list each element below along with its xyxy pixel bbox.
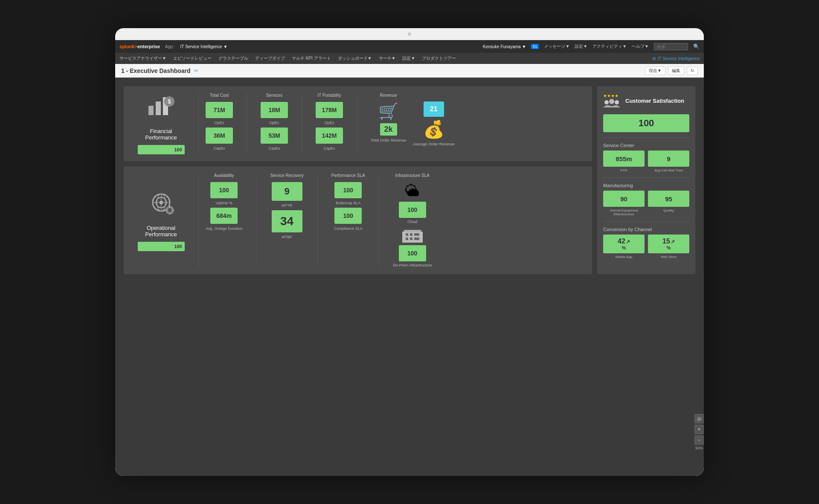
nav-multi-kpi[interactable]: マルチ KPI アラート — [292, 55, 331, 61]
svg-text:★★★★: ★★★★ — [603, 93, 619, 98]
svg-rect-0 — [148, 106, 154, 115]
it-capex-box: 142M — [316, 127, 343, 144]
compliance-label: Compliance SLA — [334, 226, 363, 231]
manufacturing-metrics: 90 Overall Equipment Effectiveness 95 Qu… — [603, 191, 689, 216]
dashboard-grid: $ FinancialPerformance 100 — [124, 86, 695, 274]
total-cost-opex-label: OpEx — [215, 121, 224, 125]
order-number-box: 21 — [424, 101, 444, 117]
effectiveness-metric: 90 Overall Equipment Effectiveness — [603, 191, 645, 216]
services-capex-box: 53M — [261, 127, 288, 144]
operational-panel-row: OperationalPerformance 100 Availability — [131, 173, 585, 267]
help-menu[interactable]: ヘルプ▼ — [632, 43, 649, 49]
revenue-value: 2k — [384, 125, 393, 133]
service-recovery-title: Service Recovery — [270, 173, 303, 178]
infra-group: 100 On-Prem Infrastructure — [393, 226, 432, 267]
manufacturing-title: Manufacturing — [603, 183, 689, 188]
zoom-in-button[interactable]: + — [694, 425, 704, 434]
financial-panel-row: $ FinancialPerformance 100 — [131, 93, 585, 154]
refresh-button[interactable]: ↻ — [687, 67, 698, 75]
svg-rect-21 — [414, 233, 417, 236]
cs-divider-1 — [603, 137, 689, 138]
nav-product-tour[interactable]: プロダクトツアー — [422, 55, 456, 61]
infra-label: On-Prem Infrastructure — [393, 263, 432, 267]
total-cost-capex-label: CapEx — [213, 146, 225, 151]
service-recovery-group: Service Recovery 9 MTTR 34 MTBF — [270, 173, 303, 267]
financial-icon: $ — [146, 93, 176, 124]
dashboard-actions: 現在▼ 編集 ↻ — [645, 67, 698, 75]
nav-episode-review[interactable]: エピソードレビュー — [173, 55, 212, 61]
customer-icon: ★★★★ — [603, 92, 622, 109]
nav-settings[interactable]: 設定▼ — [402, 55, 415, 61]
splunk-logo: splunk>enterprise — [119, 44, 160, 49]
nav-deep-dive[interactable]: ディープダイブ — [255, 55, 285, 61]
scroll-target-button[interactable]: ◎ — [694, 414, 704, 423]
svg-rect-23 — [406, 238, 408, 240]
zoom-out-button[interactable]: − — [694, 435, 704, 445]
infra-sla-group: Infrastructure SLA 🌥 100 Cloud — [393, 173, 432, 267]
second-navigation: サービスアナライザー▼ エピソードレビュー グラステーブル ディープダイブ マル… — [115, 53, 704, 64]
mttr-box: 9 — [272, 182, 302, 201]
svg-point-12 — [168, 208, 172, 212]
divider-1 — [247, 93, 247, 154]
svg-point-28 — [604, 100, 609, 104]
total-cost-capex-value: 36M — [213, 132, 225, 139]
cloud-group: 🌥 100 Cloud — [393, 182, 432, 224]
mtbf-value: 34 — [280, 214, 293, 228]
cs-header: ★★★★ Customer Satisfaction — [603, 92, 689, 109]
search-input[interactable] — [654, 43, 688, 50]
revenue-area: Revenue 🛒 2k Total Order Revenue — [371, 93, 454, 154]
dashboard-title-bar: 1 - Executive Dashboard ✏ 現在▼ 編集 ↻ — [115, 64, 704, 78]
nav-search[interactable]: サーチ▼ — [379, 55, 396, 61]
nav-glass-table[interactable]: グラステーブル — [218, 55, 248, 61]
total-cost-capex-box: 36M — [206, 127, 233, 144]
avg-order-group: 21 💰 Average Order Revenue — [413, 101, 454, 146]
svg-rect-24 — [410, 238, 412, 240]
quality-value: 95 — [665, 195, 672, 203]
uptime-box: 100 — [210, 182, 238, 198]
op-divider-2 — [317, 173, 318, 267]
svg-rect-25 — [414, 238, 417, 240]
services-capex-label: CapEx — [268, 146, 280, 151]
conversion-section: Conversion by Channel 42 ↗ % — [603, 227, 689, 259]
operational-score-bar: 100 — [138, 242, 185, 251]
uptime-value: 100 — [219, 187, 229, 194]
web-pct: % — [667, 245, 671, 250]
app-name[interactable]: IT Service Intelligence ▼ — [180, 44, 227, 49]
nav-service-analyzer[interactable]: サービスアナライザー▼ — [119, 55, 166, 61]
operational-metrics: Availability 100 Uptime % 684m Avg. Outa… — [199, 173, 585, 267]
service-center-section: Service Center 855m FCR 9 — [603, 143, 689, 172]
infra-value: 100 — [407, 250, 417, 257]
user-menu[interactable]: Kensuke Funayama ▼ — [483, 44, 526, 49]
settings-menu[interactable]: 設定▼ — [575, 43, 587, 49]
now-button[interactable]: 現在▼ — [645, 67, 665, 75]
messages-menu[interactable]: メッセージ▼ — [544, 43, 569, 49]
zoom-level: 50% — [695, 446, 703, 450]
dashboard-title: 1 - Executive Dashboard — [121, 67, 191, 74]
web-box: 15 ↗ % — [648, 235, 689, 253]
total-cost-opex-box: 71M — [206, 102, 233, 118]
cs-divider-3 — [603, 221, 689, 222]
svg-point-30 — [615, 100, 619, 104]
web-metric: 15 ↗ % Web Store — [648, 235, 689, 259]
search-icon[interactable]: 🔍 — [693, 43, 700, 49]
activity-menu[interactable]: アクティビティ▼ — [592, 43, 627, 49]
operational-performance-panel: OperationalPerformance 100 Availability — [124, 166, 592, 274]
web-arrow: ↗ — [671, 239, 675, 245]
svg-rect-26 — [417, 238, 419, 240]
revenue-title: Revenue — [380, 93, 397, 98]
operational-icon-area: OperationalPerformance 100 — [131, 173, 199, 267]
avg-call-value: 9 — [667, 155, 670, 162]
edit-pencil-icon[interactable]: ✏ — [194, 68, 198, 74]
availability-group: Availability 100 Uptime % 684m Avg. Outa… — [206, 173, 242, 267]
edit-button[interactable]: 編集 — [668, 67, 684, 75]
it-opex-box: 178M — [316, 102, 343, 118]
svg-rect-19 — [406, 233, 408, 236]
availability-title: Availability — [214, 173, 234, 178]
manufacturing-section: Manufacturing 90 Overall Equipment Effec… — [603, 183, 689, 216]
revenue-group: Revenue 🛒 2k Total Order Revenue — [371, 93, 406, 142]
nav-dashboard[interactable]: ダッシュボード▼ — [338, 55, 372, 61]
it-portability-title: IT Portability — [317, 93, 341, 98]
mttr-value: 9 — [284, 186, 289, 197]
effectiveness-label: Overall Equipment Effectiveness — [603, 209, 645, 216]
avg-call-label: Avg Call Wait Time — [654, 168, 683, 172]
